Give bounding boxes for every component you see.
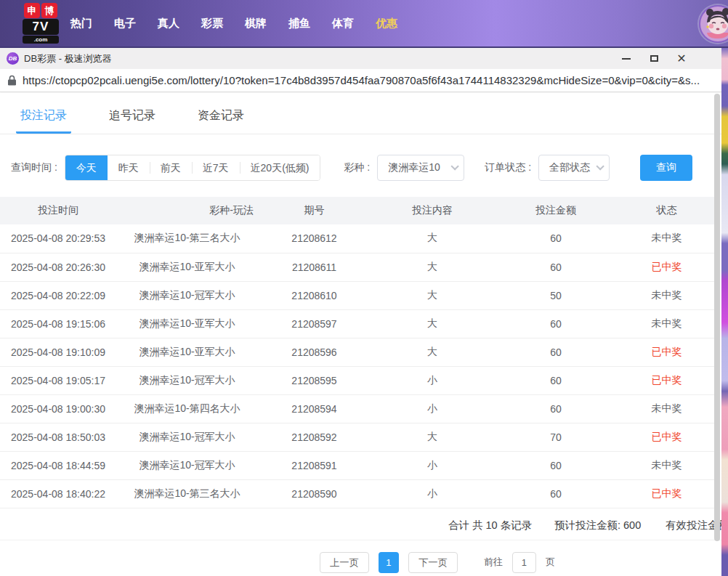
column-header-5: 投注金额 — [494, 197, 618, 224]
cell-game: 澳洲幸运10-亚军大小 — [116, 338, 258, 366]
cell-status: 已中奖 — [618, 423, 716, 451]
cell-time: 2025-04-08 18:44:59 — [0, 451, 116, 479]
cell-amount: 60 — [494, 224, 618, 253]
cell-time: 2025-04-08 20:29:53 — [0, 224, 116, 253]
site-banner: 申 博 7V .com 热门电子真人彩票棋牌捕鱼体育优惠 — [0, 0, 728, 48]
minimize-button[interactable] — [612, 48, 640, 69]
table-row: 2025-04-08 19:05:17澳洲幸运10-冠军大小21208595小6… — [0, 366, 716, 394]
vertical-scrollbar[interactable] — [714, 94, 720, 541]
chevron-down-icon — [596, 162, 604, 170]
cell-content: 小 — [371, 366, 494, 394]
table-row: 2025-04-08 20:26:30澳洲幸运10-亚军大小21208611大6… — [0, 253, 716, 281]
cell-time: 2025-04-08 19:00:30 — [0, 394, 116, 423]
cell-game: 澳洲幸运10-亚军大小 — [116, 309, 258, 338]
nav-item-1[interactable]: 热门 — [70, 12, 92, 35]
time-option-1[interactable]: 今天 — [65, 155, 108, 180]
cell-status: 已中奖 — [618, 253, 716, 281]
cell-time: 2025-04-08 19:15:06 — [0, 309, 116, 338]
cell-status: 已中奖 — [618, 338, 716, 366]
time-option-5[interactable]: 近20天(低频) — [240, 155, 320, 180]
cell-issue: 21208612 — [258, 224, 371, 253]
lottery-select-value: 澳洲幸运10 — [388, 161, 440, 174]
cell-status: 未中奖 — [618, 309, 716, 338]
time-option-3[interactable]: 前天 — [150, 155, 192, 180]
next-page-button[interactable]: 下一页 — [408, 552, 458, 573]
tab-1[interactable]: 投注记录 — [16, 99, 71, 134]
cell-game: 澳洲幸运10-冠军大小 — [116, 423, 258, 451]
cell-time: 2025-04-08 20:26:30 — [0, 253, 116, 281]
nav-item-7[interactable]: 体育 — [332, 12, 354, 35]
lottery-select[interactable]: 澳洲幸运10 — [377, 155, 464, 181]
nav-item-6[interactable]: 捕鱼 — [288, 12, 310, 35]
goto-page-input[interactable] — [512, 552, 536, 573]
maximize-button[interactable] — [640, 48, 668, 69]
table-body: 2025-04-08 20:29:53澳洲幸运10-第三名大小21208612大… — [0, 224, 716, 508]
cell-time: 2025-04-08 19:05:17 — [0, 366, 116, 394]
prev-page-button[interactable]: 上一页 — [320, 552, 369, 573]
cell-issue: 21208596 — [258, 338, 371, 366]
cell-time: 2025-04-08 19:10:09 — [0, 338, 116, 366]
cell-content: 大 — [371, 338, 494, 366]
filter-bar: 查询时间 : 今天昨天前天近7天近20天(低频) 彩种 : 澳洲幸运10 订单状… — [11, 155, 721, 181]
cell-time: 2025-04-08 18:50:03 — [0, 423, 116, 451]
cell-issue: 21208590 — [258, 479, 371, 508]
time-filter-group: 今天昨天前天近7天近20天(低频) — [65, 155, 321, 181]
cell-issue: 21208591 — [258, 451, 371, 479]
chevron-down-icon — [451, 162, 459, 170]
user-avatar[interactable] — [699, 5, 728, 43]
cell-game: 澳洲幸运10-第三名大小 — [116, 224, 258, 253]
close-button[interactable]: ✕ — [668, 48, 695, 69]
logo-7v: 7V — [23, 19, 59, 35]
cell-status: 未中奖 — [618, 281, 716, 309]
cell-amount: 50 — [494, 281, 618, 309]
status-select[interactable]: 全部状态 — [538, 155, 610, 181]
nav-item-3[interactable]: 真人 — [158, 12, 179, 35]
lottery-filter-label: 彩种 : — [344, 161, 370, 174]
site-favicon-icon: DB — [7, 52, 19, 65]
site-logo[interactable]: 申 博 7V .com — [20, 3, 61, 44]
nav-item-5[interactable]: 棋牌 — [245, 12, 267, 35]
cell-status: 未中奖 — [618, 224, 716, 253]
logo-bo-badge: 博 — [41, 3, 57, 18]
url-text[interactable]: https://ctopcp02pcali.uengi5e.com/lotter… — [23, 74, 700, 86]
page-unit-label: 页 — [546, 556, 555, 569]
column-header-1: 投注时间 — [0, 197, 116, 224]
close-icon: ✕ — [676, 53, 686, 65]
nav-item-4[interactable]: 彩票 — [201, 12, 223, 35]
cell-amount: 60 — [494, 479, 618, 508]
tab-3[interactable]: 资金记录 — [193, 99, 248, 134]
cell-status: 未中奖 — [618, 394, 716, 423]
page-content: 投注记录追号记录资金记录 查询时间 : 今天昨天前天近7天近20天(低频) 彩种… — [0, 93, 721, 576]
table-row: 2025-04-08 20:22:09澳洲幸运10-冠军大小21208610大5… — [0, 281, 716, 309]
nav-item-2[interactable]: 电子 — [114, 12, 136, 35]
time-option-2[interactable]: 昨天 — [108, 155, 150, 180]
cell-game: 澳洲幸运10-冠军大小 — [116, 366, 258, 394]
summary-bar: 合计 共 10 条记录 预计投注金额: 600 有效投注金额 — [0, 508, 721, 540]
time-option-4[interactable]: 近7天 — [192, 155, 240, 180]
cell-game: 澳洲幸运10-亚军大小 — [116, 253, 258, 281]
cell-amount: 60 — [494, 451, 618, 479]
current-page-indicator[interactable]: 1 — [379, 552, 399, 573]
bet-records-table: 投注时间彩种-玩法期号投注内容投注金额状态 2025-04-08 20:29:5… — [0, 197, 716, 508]
summary-valid-amount: 有效投注金额 — [666, 519, 721, 532]
cell-issue: 21208592 — [258, 423, 371, 451]
cell-status: 已中奖 — [618, 479, 716, 508]
cell-content: 大 — [371, 253, 494, 281]
cell-amount: 60 — [494, 253, 618, 281]
maximize-icon — [650, 55, 658, 62]
nav-item-8[interactable]: 优惠 — [376, 12, 397, 35]
search-button[interactable]: 查询 — [640, 155, 692, 181]
cell-content: 小 — [371, 394, 494, 423]
logo-com: .com — [23, 36, 59, 44]
logo-shen-badge: 申 — [24, 3, 40, 18]
cell-content: 大 — [371, 224, 494, 253]
avatar-illustration — [699, 5, 728, 43]
browser-urlbar[interactable]: https://ctopcp02pcali.uengi5e.com/lotter… — [0, 69, 721, 92]
tab-2[interactable]: 追号记录 — [105, 99, 160, 134]
browser-titlebar[interactable]: DB DB彩票 - 极速浏览器 ✕ — [0, 48, 721, 69]
lock-icon — [7, 75, 17, 86]
column-header-6: 状态 — [618, 197, 716, 224]
cell-game: 澳洲幸运10-冠军大小 — [116, 281, 258, 309]
cell-content: 小 — [371, 479, 494, 508]
summary-total: 合计 共 10 条记录 — [448, 519, 532, 532]
